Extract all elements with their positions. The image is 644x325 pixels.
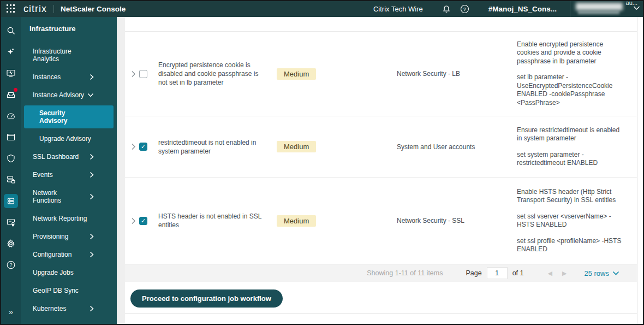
sidebar-item-configuration[interactable]: Configuration (21, 247, 117, 262)
severity-badge: Medium (277, 68, 316, 80)
page-number-input[interactable] (487, 267, 508, 279)
sidebar-item-infrastructure-analytics[interactable]: Infrastructure Analytics (21, 44, 117, 67)
chevron-right-icon (90, 74, 94, 80)
sidebar-item-upgrade-jobs[interactable]: Upgrade Jobs (21, 265, 117, 280)
icon-rail: ? » (1, 17, 21, 324)
chevron-right-icon (90, 153, 94, 160)
sidebar-item-instances[interactable]: Instances (21, 69, 117, 85)
chevron-down-icon (612, 271, 619, 275)
showing-items-text: Showing 1-11 of 11 items (367, 269, 443, 277)
page-of-text: of 1 (512, 269, 524, 277)
sidebar-item-label: Upgrade Advisory (39, 135, 91, 143)
advisory-rows: Encrypted persistence cookie is disabled… (125, 31, 637, 264)
sidebar-item-label: Kubernetes (33, 305, 66, 312)
sidebar-item-upgrade-advisory[interactable]: Upgrade Advisory (21, 131, 117, 146)
severity-badge: Medium (277, 215, 316, 227)
sidebar-nav: Infrastructure Infrastructure AnalyticsI… (21, 17, 117, 324)
product-title: NetScaler Console (61, 5, 126, 13)
sidebar-item-geoip-db-sync[interactable]: GeoIP DB Sync (21, 283, 117, 298)
help-icon[interactable]: ? (456, 4, 474, 14)
favorites-icon[interactable] (4, 45, 18, 59)
chevron-right-icon (90, 251, 94, 258)
table-row: ✓ HSTS header is not enabled in SSL enti… (125, 177, 637, 264)
sidebar-item-label: SSL Dashboard (33, 153, 79, 161)
advisory-table-card: Encrypted persistence cookie is disabled… (125, 17, 637, 324)
help-circle-icon[interactable]: ? (4, 258, 18, 272)
database-lock-icon[interactable] (4, 173, 18, 187)
pagination-bar: Showing 1-11 of 11 items Page of 1 ◀ ▶ 2… (125, 264, 637, 282)
svg-text:?: ? (463, 7, 466, 12)
sidebar-item-ssl-dashboard[interactable]: SSL Dashboard (21, 149, 117, 164)
sidebar-content-gutter (117, 17, 125, 324)
bottom-divider (125, 313, 637, 314)
next-page-icon[interactable]: ▶ (562, 270, 567, 277)
tenant-name[interactable]: #Manoj_NS_Cons... (488, 5, 557, 13)
sidebar-item-label: Events (33, 171, 53, 179)
inbox-notification-icon[interactable] (4, 87, 18, 102)
chevron-right-icon (90, 305, 94, 312)
top-header-bar: citrix NetScaler Console Citrix Tech Wir… (1, 1, 643, 17)
header-divider (53, 5, 54, 13)
app-window-icon[interactable] (4, 130, 18, 144)
chevron-down-icon (87, 93, 94, 97)
sidebar-item-label: Infrastructure Analytics (33, 48, 81, 63)
app-window: citrix NetScaler Console Citrix Tech Wir… (0, 0, 644, 325)
gear-icon[interactable] (4, 237, 18, 251)
row-expand-icon[interactable] (131, 143, 136, 150)
sidebar-item-instance-advisory[interactable]: Instance Advisory (21, 87, 117, 103)
search-icon[interactable] (4, 23, 18, 38)
row-category: Network Security - LB (397, 70, 517, 78)
sidebar-item-security-advisory[interactable]: Security Advisory (24, 105, 114, 128)
row-recommendation: Enable HSTS header (Http Strict Transpor… (517, 181, 626, 261)
notification-dot (14, 88, 17, 92)
user-menu[interactable]: au... (570, 1, 629, 17)
certificate-icon[interactable] (4, 215, 18, 229)
sidebar-item-network-reporting[interactable]: Network Reporting (21, 211, 117, 226)
row-checkbox[interactable] (139, 70, 147, 78)
severity-badge: Medium (277, 141, 316, 152)
sidebar-item-events[interactable]: Events (21, 167, 117, 182)
tech-wire-link[interactable]: Citrix Tech Wire (373, 5, 423, 13)
row-check-text: HSTS header is not enabled in SSL entiti… (158, 212, 277, 229)
waffle-grid-icon[interactable] (7, 4, 16, 14)
chevron-right-icon (90, 233, 94, 240)
shield-icon[interactable] (4, 151, 18, 166)
chevron-right-icon (90, 193, 94, 200)
row-recommendation: Enable encrypted persistence cookies and… (517, 33, 626, 115)
row-check-text: Encrypted persistence cookie is disabled… (158, 61, 277, 87)
sidebar-item-label: Network Reporting (33, 215, 87, 222)
sidebar-item-label: Instance Advisory (33, 91, 84, 99)
expand-icon[interactable]: » (1, 307, 21, 316)
row-expand-icon[interactable] (131, 217, 136, 224)
sidebar-item-network-functions[interactable]: Network Functions (21, 185, 117, 208)
table-row: Encrypted persistence cookie is disabled… (125, 31, 637, 116)
sidebar-item-provisioning[interactable]: Provisioning (21, 229, 117, 244)
bell-icon[interactable] (437, 5, 456, 14)
row-category: System and User accounts (397, 143, 517, 151)
prev-page-icon[interactable]: ◀ (548, 270, 552, 277)
row-expand-icon[interactable] (131, 70, 136, 78)
row-checkbox[interactable]: ✓ (139, 143, 147, 151)
sidebar-item-kubernetes[interactable]: Kubernetes (21, 301, 117, 316)
row-checkbox[interactable]: ✓ (139, 217, 147, 225)
sidebar-item-label: Network Functions (33, 189, 81, 204)
servers-icon[interactable] (4, 194, 18, 208)
row-category: Network Security - SSL (397, 217, 517, 224)
rows-per-page-select[interactable]: 25 rows (584, 269, 619, 277)
row-recommendation: Ensure restrictedtimeout is enabled in s… (517, 119, 626, 175)
sidebar-item-label: Provisioning (33, 233, 68, 240)
redacted-user-detail (578, 11, 619, 14)
main-content: Encrypted persistence cookie is disabled… (125, 17, 643, 324)
chevron-down-icon[interactable] (633, 5, 640, 10)
table-row: ✓ restrictedtimeout is not enabled in sy… (125, 116, 637, 177)
gauge-icon[interactable] (4, 109, 18, 123)
monitor-pulse-icon[interactable] (4, 66, 18, 80)
proceed-workflow-button[interactable]: Proceed to configuration job workflow (130, 289, 283, 308)
row-check-text: restrictedtimeout is not enabled in syst… (158, 138, 277, 156)
page-label: Page (466, 269, 481, 277)
sidebar-item-label: Instances (33, 73, 61, 81)
chevron-right-icon (90, 172, 94, 178)
sidebar-item-label: Security Advisory (39, 109, 91, 125)
citrix-logo: citrix (23, 3, 47, 15)
sidebar-item-label: Upgrade Jobs (33, 269, 74, 276)
